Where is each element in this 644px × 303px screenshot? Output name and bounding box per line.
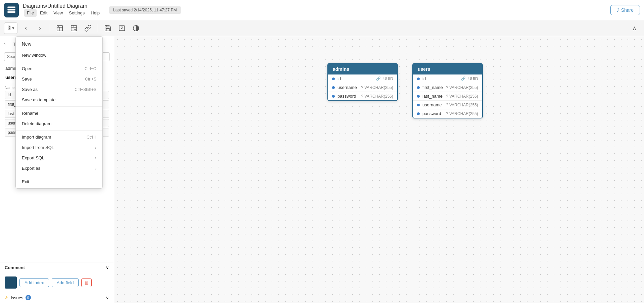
- menu-item-new-window[interactable]: New window: [16, 50, 102, 60]
- toolbar: 🗄 ▾ ‹ ›: [0, 20, 644, 36]
- field-type: ? VARCHAR(255): [361, 94, 393, 99]
- field-type: ? VARCHAR(255): [446, 94, 478, 99]
- table-row-users-password: password ? VARCHAR(255): [413, 109, 482, 118]
- table-row-admins-id: id 🔗 UUID: [328, 74, 397, 83]
- add-index-button[interactable]: Add index: [19, 278, 49, 287]
- add-field-button[interactable]: Add field: [52, 278, 79, 287]
- table-row-users-id: id 🔗 UUID: [413, 74, 482, 83]
- add-table-button[interactable]: [54, 22, 65, 34]
- field-name: username: [337, 85, 358, 90]
- menu-item-save-label: Save: [22, 77, 32, 82]
- share-button[interactable]: ⤴ Share: [610, 5, 640, 15]
- field-dot: [417, 104, 420, 106]
- logo-icon: [7, 5, 16, 15]
- delete-field-button[interactable]: 🗑: [81, 278, 92, 287]
- save-button[interactable]: [102, 22, 113, 34]
- db-dropdown-arrow: ▾: [12, 26, 14, 31]
- table-card-users[interactable]: users id 🔗 UUID first_name ? VARCHAR(255…: [412, 63, 483, 118]
- table-row-users-first-name: first_name ? VARCHAR(255): [413, 83, 482, 92]
- link-button[interactable]: [82, 22, 94, 34]
- sidebar-footer: Add index Add field 🗑: [0, 273, 114, 292]
- table-row-admins-username: username ? VARCHAR(255): [328, 83, 397, 92]
- canvas[interactable]: admins id 🔗 UUID username ? VARCHAR(255)…: [114, 36, 644, 303]
- key-icon: 🔗: [461, 77, 466, 81]
- link-icon: [84, 24, 92, 32]
- table-row-admins-password: password ? VARCHAR(255): [328, 92, 397, 100]
- field-name: last_name: [422, 94, 443, 99]
- toolbar-separator: [50, 24, 50, 32]
- menu-item-import-from-sql[interactable]: Import from SQL ›: [16, 142, 102, 153]
- menu-edit[interactable]: Edit: [37, 9, 50, 17]
- menu-separator-1: [16, 62, 102, 62]
- menu-item-exit[interactable]: Exit: [16, 176, 102, 187]
- menu-item-new-label: New: [22, 41, 31, 47]
- menu-settings[interactable]: Settings: [66, 9, 87, 17]
- app-logo: [4, 3, 19, 17]
- comment-section[interactable]: Comment ∨: [0, 262, 114, 273]
- table-row-users-last-name: last_name ? VARCHAR(255): [413, 92, 482, 101]
- nav-back-button[interactable]: ‹: [20, 22, 32, 34]
- menu-file[interactable]: File: [24, 9, 37, 17]
- field-name: password: [337, 94, 358, 99]
- file-dropdown-menu: New New window Open Ctrl+O Save Ctrl+S S…: [15, 36, 103, 189]
- check-icon: [118, 24, 126, 32]
- menu-item-save-as-label: Save as: [22, 87, 38, 92]
- issues-chevron-icon: ∨: [106, 295, 109, 300]
- comment-label: Comment: [5, 265, 25, 270]
- table-header-admins: admins: [328, 64, 397, 74]
- svg-rect-1: [7, 9, 15, 10]
- menu-item-export-as[interactable]: Export as ›: [16, 163, 102, 173]
- field-type: ? VARCHAR(255): [446, 103, 478, 107]
- menu-item-new[interactable]: New: [16, 38, 102, 50]
- menu-item-open-shortcut: Ctrl+O: [85, 66, 96, 71]
- top-bar: Diagrams/Untitled Diagram File Edit View…: [0, 0, 644, 20]
- add-view-button[interactable]: [68, 22, 80, 34]
- add-table-icon: [56, 24, 63, 32]
- warning-icon: ⚠: [5, 295, 9, 300]
- contrast-button[interactable]: [130, 22, 142, 34]
- db-selector-button[interactable]: 🗄 ▾: [4, 22, 17, 34]
- menu-item-save[interactable]: Save Ctrl+S: [16, 74, 102, 84]
- check-button[interactable]: [116, 22, 128, 34]
- key-icon: 🔗: [376, 77, 381, 81]
- menu-item-save-as-template[interactable]: Save as template: [16, 95, 102, 105]
- menu-item-delete-diagram[interactable]: Delete diagram: [16, 118, 102, 129]
- menu-item-import-diagram-label: Import diagram: [22, 135, 51, 140]
- svg-rect-2: [7, 11, 15, 13]
- nav-forward-button[interactable]: ›: [34, 22, 46, 34]
- color-indicator[interactable]: [5, 276, 17, 289]
- field-name: username: [422, 102, 443, 107]
- menu-separator-3: [16, 130, 102, 131]
- table-card-admins[interactable]: admins id 🔗 UUID username ? VARCHAR(255)…: [327, 63, 398, 101]
- collapse-toolbar-button[interactable]: ∧: [629, 22, 640, 34]
- field-type: UUID: [468, 77, 478, 81]
- field-dot: [417, 86, 420, 89]
- field-dot: [332, 95, 335, 98]
- menu-item-save-as[interactable]: Save as Ctrl+Shift+S: [16, 84, 102, 95]
- menu-item-export-sql[interactable]: Export SQL ›: [16, 153, 102, 163]
- add-view-icon: [70, 24, 78, 32]
- menu-item-import-diagram[interactable]: Import diagram Ctrl+I: [16, 132, 102, 142]
- menu-item-rename[interactable]: Rename: [16, 108, 102, 118]
- sidebar-back-icon[interactable]: ‹: [4, 41, 5, 46]
- menu-item-save-shortcut: Ctrl+S: [85, 77, 96, 82]
- table-row-users-username: username ? VARCHAR(255): [413, 101, 482, 109]
- menu-item-save-as-template-label: Save as template: [22, 97, 55, 102]
- field-name: password: [422, 111, 443, 116]
- field-dot: [417, 112, 420, 115]
- menu-separator-4: [16, 175, 102, 175]
- issues-bar: ⚠ Issues 0 ∨: [0, 292, 114, 303]
- comment-chevron-icon: ∨: [106, 265, 109, 270]
- field-dot: [332, 86, 335, 89]
- menu-item-open[interactable]: Open Ctrl+O: [16, 63, 102, 74]
- field-dot: [417, 78, 420, 80]
- menu-view[interactable]: View: [51, 9, 65, 17]
- menu-help[interactable]: Help: [88, 9, 102, 17]
- trash-icon: 🗑: [84, 280, 89, 285]
- menu-item-delete-diagram-label: Delete diagram: [22, 121, 51, 126]
- field-dot: [332, 78, 335, 80]
- submenu-arrow-icon: ›: [95, 145, 96, 150]
- field-name: id: [422, 76, 458, 81]
- app-title: Diagrams/Untitled Diagram: [23, 3, 102, 9]
- chevron-up-icon: ∧: [632, 24, 637, 32]
